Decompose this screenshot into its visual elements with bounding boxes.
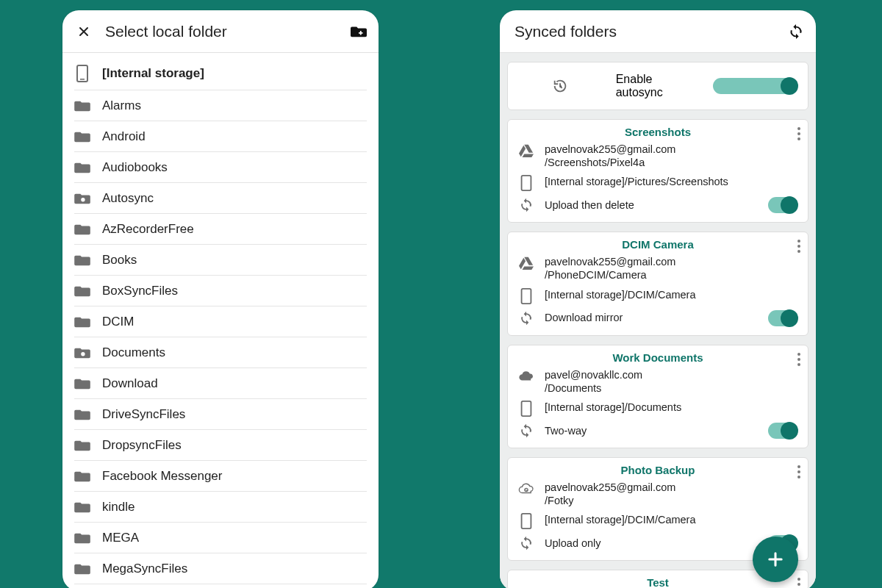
folder-icon [74,437,90,453]
local-icon [518,175,534,191]
folder-label: Facebook Messenger [102,469,222,484]
camera-folder-icon [74,345,90,361]
folder-row[interactable]: Facebook Messenger [62,461,379,491]
folder-row[interactable]: Autosync [62,183,379,213]
svg-rect-4 [522,176,531,190]
local-text: [Internal storage]/DCIM/Camera [545,513,797,526]
svg-point-3 [81,352,85,356]
folder-row[interactable]: BoxSyncFiles [62,276,379,306]
svg-rect-1 [80,79,85,80]
overflow-icon[interactable] [797,127,800,140]
sync-toggle[interactable] [768,197,797,213]
folder-icon [74,283,90,299]
local-icon [518,513,534,529]
folder-icon [74,221,90,237]
folder-label: Alarms [102,98,141,113]
overflow-icon[interactable] [797,353,800,366]
folder-row[interactable]: AzRecorderFree [62,214,379,244]
mode-line: Upload then delete [508,194,808,222]
remote-icon: P [518,481,534,497]
mode-text: Download mirror [545,311,758,324]
overflow-icon[interactable] [797,578,800,588]
folder-label: MegaSyncFiles [102,562,187,576]
sync-card[interactable]: Screenshotspavelnovak255@gmail.com/Scree… [507,119,808,223]
new-folder-icon[interactable] [351,24,367,40]
sync-title: Work Documents [508,345,808,365]
folder-picker-screen: Select local folder [Internal storage] A… [62,10,379,588]
folder-icon [74,499,90,515]
local-icon [518,288,534,304]
folder-row[interactable]: kindle [62,492,379,522]
svg-rect-5 [522,288,531,303]
folder-label: AzRecorderFree [102,222,194,237]
folder-row[interactable]: Books [62,245,379,275]
svg-rect-6 [522,401,531,416]
remote-icon [518,255,534,271]
folder-label: Audiobooks [102,160,168,175]
folder-label: DriveSyncFiles [102,407,185,422]
remote-text: pavelnovak255@gmail.com/Screenshots/Pixe… [545,143,797,169]
close-icon[interactable] [76,24,92,40]
synced-folders-screen: Synced folders Enable autosync Screensho… [500,10,816,588]
folder-label: Documents [102,345,165,360]
local-line: [Internal storage]/Documents [508,398,808,420]
overflow-icon[interactable] [797,240,800,253]
folder-row[interactable]: MEGA [62,523,379,553]
sync-toggle[interactable] [768,310,797,326]
synced-body: Enable autosync Screenshotspavelnovak255… [500,53,816,588]
remote-line: pavelnovak255@gmail.com/Screenshots/Pixe… [508,140,808,172]
folder-row[interactable]: Documents [62,337,379,368]
local-text: [Internal storage]/Pictures/Screenshots [545,175,797,188]
appbar: Select local folder [62,10,379,53]
folder-row[interactable]: Alarms [62,90,379,121]
autosync-label: Enable autosync [616,73,700,99]
svg-point-2 [81,198,85,201]
sync-cards: Screenshotspavelnovak255@gmail.com/Scree… [507,119,808,588]
autosync-card: Enable autosync [507,62,808,110]
folder-row[interactable]: Audiobooks [62,152,379,182]
folder-label: DropsyncFiles [102,438,182,453]
storage-header[interactable]: [Internal storage] [62,57,379,90]
folder-row[interactable]: DropsyncFiles [62,430,379,460]
mode-line: Download mirror [508,307,808,335]
remote-line: pavel@novakllc.com/Documents [508,365,808,398]
page-title: Select local folder [105,23,337,40]
mode-icon [518,535,534,551]
folder-row[interactable]: MegaSyncFiles [62,553,379,584]
sync-toggle[interactable] [768,423,797,439]
mode-icon [518,197,534,213]
sync-now-icon[interactable] [788,24,804,40]
folder-row[interactable]: Android [62,121,379,151]
overflow-icon[interactable] [797,465,800,478]
folder-icon [74,252,90,268]
folder-row[interactable]: DCIM [62,306,379,337]
phone-icon [74,65,90,82]
sync-card[interactable]: DCIM Camerapavelnovak255@gmail.com/Phone… [507,232,808,335]
folder-label: kindle [102,500,135,514]
mode-icon [518,310,534,326]
local-line: [Internal storage]/DCIM/Camera [508,285,808,307]
mode-icon [518,423,534,439]
local-line: [Internal storage]/DCIM/Camera [508,510,808,532]
folder-row[interactable]: DriveSyncFiles [62,399,379,429]
remote-text: pavelnovak255@gmail.com/PhoneDCIM/Camera [545,255,797,282]
svg-text:P: P [526,488,528,492]
folder-icon [74,159,90,176]
sync-card[interactable]: Work Documentspavel@novakllc.com/Documen… [507,345,808,448]
folder-label: Android [102,129,146,144]
folder-icon [74,468,90,484]
add-sync-fab[interactable] [753,537,798,582]
folder-label: BoxSyncFiles [102,284,178,298]
folder-row[interactable]: Download [62,368,379,398]
remote-icon [518,143,534,159]
local-text: [Internal storage]/Documents [545,401,797,414]
folder-icon [74,406,90,423]
mode-text: Two-way [545,424,758,437]
folder-icon [74,376,90,392]
folder-icon [74,314,90,330]
folder-icon [74,98,90,114]
autosync-toggle[interactable] [713,78,797,94]
storage-header-label: [Internal storage] [102,66,204,81]
remote-icon [518,368,534,384]
remote-line: Ppavelnovak255@gmail.com/Fotky [508,478,808,510]
